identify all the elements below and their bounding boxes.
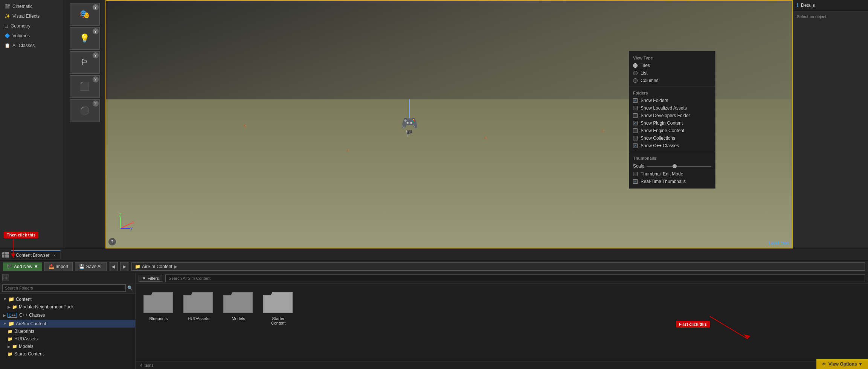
list-label: List: [641, 70, 648, 76]
show-collections-item[interactable]: Show Collections: [629, 134, 715, 142]
tree-item-label: Models: [19, 344, 34, 349]
info-icon[interactable]: ?: [93, 4, 99, 10]
thumbnail-edit-mode-item[interactable]: Thumbnail Edit Mode: [629, 170, 715, 178]
real-time-thumbnails-item[interactable]: ✓ Real-Time Thumbnails: [629, 178, 715, 185]
tree-item-blueprints[interactable]: 📁 Blueprints: [0, 328, 135, 335]
search-icon: 🔍: [127, 285, 133, 291]
view-type-list[interactable]: List: [629, 69, 715, 77]
viewport[interactable]: 🍂 🍂 🍂 🍂 🍂 🎮 🏴 X Z Y: [105, 0, 793, 249]
folder-search-input[interactable]: [2, 284, 126, 292]
thumbnail-item[interactable]: 💡 ?: [70, 27, 100, 50]
folders-section-label: Folders: [629, 89, 715, 97]
sidebar-item-cinematic[interactable]: 🎬 Cinematic: [0, 2, 64, 11]
thumbnail-edit-mode-checkbox[interactable]: [633, 172, 638, 176]
thumbnail-item[interactable]: ⚫ ?: [70, 99, 100, 122]
info-icon[interactable]: ?: [93, 76, 99, 82]
tree-controls: ≡: [0, 273, 135, 283]
real-time-thumbnails-label: Real-Time Thumbnails: [641, 179, 686, 184]
tree-item-airsim[interactable]: ▼ 📁 AirSim Content: [0, 320, 135, 328]
sidebar-item-visual-effects[interactable]: ✨ Visual Effects: [0, 11, 64, 21]
asset-item-starter-content[interactable]: Starter Content: [261, 290, 295, 325]
view-type-columns[interactable]: Columns: [629, 77, 715, 84]
tree-collapse-button[interactable]: ≡: [2, 274, 9, 281]
real-time-thumbnails-checkbox[interactable]: ✓: [633, 179, 638, 184]
sidebar-item-geometry[interactable]: ◻ Geometry: [0, 21, 64, 31]
columns-radio[interactable]: [633, 78, 638, 83]
asset-label: Blueprints: [149, 316, 168, 321]
filters-button[interactable]: ▼ Filters: [139, 275, 162, 282]
help-button[interactable]: ?: [108, 238, 116, 245]
tiles-radio[interactable]: [633, 63, 638, 68]
thumbnails-section-label: Thumbnails: [629, 154, 715, 162]
info-icon[interactable]: ?: [93, 52, 99, 58]
show-plugin-content-item[interactable]: ✓ Show Plugin Content: [629, 119, 715, 127]
back-button[interactable]: ◀: [109, 262, 118, 271]
import-label: Import: [56, 264, 69, 269]
then-click-arrow: [2, 239, 24, 262]
sidebar-item-label: All Classes: [12, 43, 35, 48]
thumbnail-item[interactable]: 🏳 ?: [70, 51, 100, 74]
list-radio[interactable]: [633, 71, 638, 75]
info-icon[interactable]: ?: [93, 28, 99, 34]
details-select-text: Select an object: [797, 14, 826, 19]
sidebar-item-volumes[interactable]: 🔷 Volumes: [0, 31, 64, 41]
add-new-button[interactable]: 🏴 Add New ▼: [3, 262, 42, 271]
add-new-label: Add New: [14, 264, 32, 269]
thumbnail-item[interactable]: ⬛ ?: [70, 75, 100, 98]
divider: [629, 87, 715, 87]
tree-item-cpp[interactable]: ▶ C++ C++ Classes: [0, 311, 135, 319]
import-button[interactable]: 📥 Import: [44, 262, 73, 271]
tree-item-hudassets[interactable]: 📁 HUDAssets: [0, 335, 135, 343]
svg-text:X: X: [132, 221, 134, 225]
show-developers-folder-checkbox[interactable]: [633, 113, 638, 118]
asset-search-input[interactable]: [165, 274, 865, 282]
show-folders-item[interactable]: ✓ Show Folders: [629, 97, 715, 104]
view-type-section-label: View Type: [629, 54, 715, 62]
tree-item-label: StarterContent: [14, 351, 44, 357]
filter-icon: ▼: [142, 276, 146, 281]
scale-thumb[interactable]: [673, 164, 677, 168]
show-folders-checkbox[interactable]: ✓: [633, 98, 638, 103]
assets-grid: Blueprints HUDAssets: [136, 284, 868, 361]
tree-item-label: AirSim Content: [16, 321, 46, 326]
show-localized-assets-checkbox[interactable]: [633, 106, 638, 110]
view-options-button[interactable]: 👁 View Options ▼: [816, 359, 868, 369]
folder-icon: 📁: [8, 321, 14, 326]
tree-item-label: Blueprints: [14, 329, 34, 334]
show-collections-checkbox[interactable]: [633, 136, 638, 140]
tree-item-startercontent[interactable]: 📁 StarterContent: [0, 350, 135, 358]
view-type-tiles[interactable]: Tiles: [629, 62, 715, 69]
forward-button[interactable]: ▶: [120, 262, 129, 271]
tree-item-models[interactable]: ▶ 📁 Models: [0, 343, 135, 350]
folder-tree: ≡ 🔍 ▼ 📁 Content ▶ 📁 ModularNeighborhoodP…: [0, 273, 136, 369]
show-cpp-classes-item[interactable]: ✓ Show C++ Classes: [629, 142, 715, 149]
sidebar-item-all-classes[interactable]: 📋 All Classes: [0, 41, 64, 50]
show-engine-content-checkbox[interactable]: [633, 128, 638, 133]
show-engine-content-item[interactable]: Show Engine Content: [629, 127, 715, 134]
details-panel: ℹ Details Select an object: [793, 0, 868, 249]
tree-item-modular[interactable]: ▶ 📁 ModularNeighborhoodPack: [0, 303, 135, 311]
asset-item-hudassets[interactable]: HUDAssets: [182, 290, 215, 325]
folder-icon: 📁: [8, 329, 13, 334]
thumbnail-item[interactable]: 🎭 ?: [70, 3, 100, 26]
asset-item-blueprints[interactable]: Blueprints: [142, 290, 175, 325]
asset-label: Starter Content: [271, 316, 286, 325]
show-cpp-classes-checkbox[interactable]: ✓: [633, 143, 638, 148]
save-all-button[interactable]: 💾 Save All: [75, 262, 107, 271]
show-plugin-content-checkbox[interactable]: ✓: [633, 121, 638, 125]
show-developers-folder-item[interactable]: Show Developers Folder: [629, 112, 715, 119]
view-options-label: View Options ▼: [828, 361, 863, 367]
cb-tab-close[interactable]: ×: [53, 253, 55, 258]
folder-search-row: 🔍: [0, 283, 135, 294]
svg-text:Z: Z: [119, 213, 121, 217]
show-localized-assets-item[interactable]: Show Localized Assets: [629, 104, 715, 112]
tree-item-content[interactable]: ▼ 📁 Content: [0, 295, 135, 303]
info-icon[interactable]: ?: [93, 101, 99, 107]
scale-slider[interactable]: [647, 166, 711, 167]
asset-item-models[interactable]: Models: [221, 290, 255, 325]
folder-icon: 📁: [8, 296, 14, 302]
path-bar: 📁 AirSim Content ▶: [131, 262, 865, 271]
asset-label: HUDAssets: [188, 316, 209, 321]
volumes-icon: 🔷: [5, 33, 10, 38]
tree-item-label: Content: [16, 297, 32, 302]
